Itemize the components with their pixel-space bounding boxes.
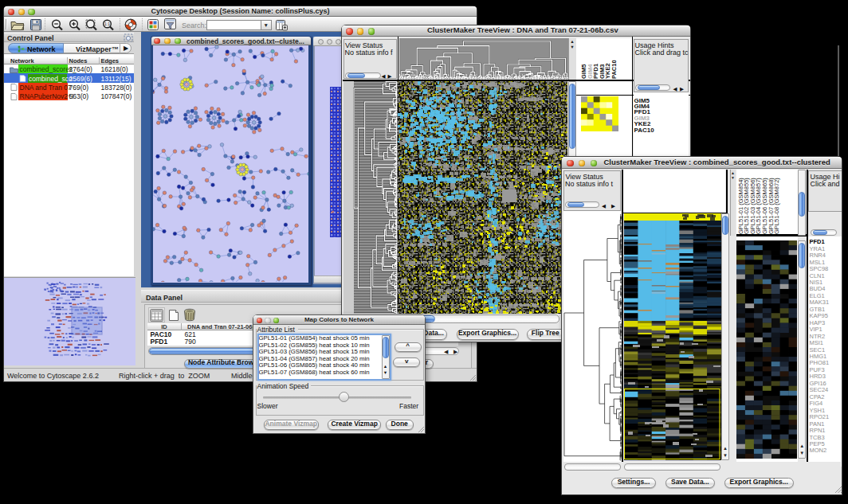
svg-text:1:1: 1:1 (104, 21, 110, 26)
